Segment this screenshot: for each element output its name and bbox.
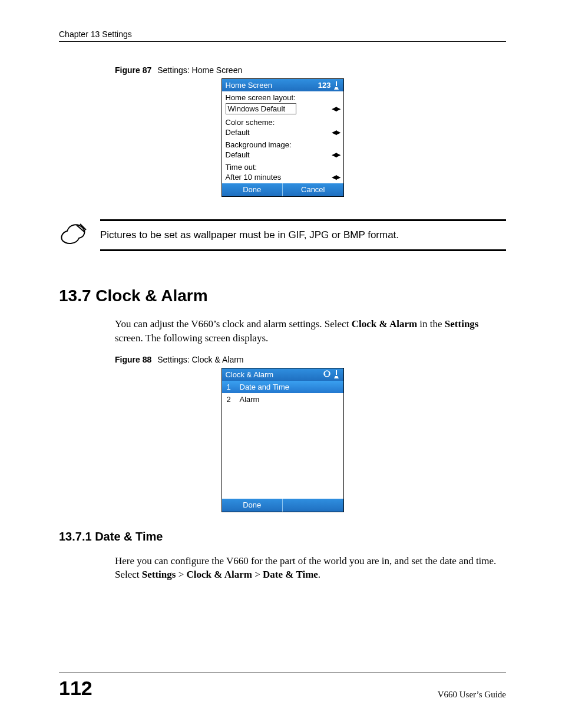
phone88-body: 1 Date and Time 2 Alarm [222,381,343,499]
figure88-phone: Clock & Alarm 1 Date and Time 2 Alarm Do… [222,368,344,512]
para-text: screen. The following screen displays. [115,332,268,344]
softkey-empty [283,499,343,512]
section-13-7-heading: 13.7 Clock & Alarm [59,286,506,305]
color-scheme-label: Color scheme: [222,116,343,127]
para-text: Select [115,569,142,580]
row-bg-image: Background image: Default ◀ ▶ [222,139,343,161]
list-num: 2 [227,395,233,404]
home-layout-value-row[interactable]: Windows Default ◀ ▶ [222,102,343,116]
page-number: 112 [59,677,92,700]
note-hand-icon [59,219,88,248]
para-text: Here you can configure the V660 for the … [115,555,496,566]
section-13-7-para: You can adjust the V660’s clock and alar… [115,317,506,345]
bg-image-value-row[interactable]: Default ◀ ▶ [222,149,343,161]
para-bold: Settings [445,318,479,330]
timeout-value: After 10 minutes [226,173,282,182]
para-text: > [252,569,263,580]
list-item-date-time[interactable]: 1 Date and Time [222,381,343,393]
list-label: Alarm [240,395,260,404]
sync-icon [323,370,331,379]
row-color-scheme: Color scheme: Default ◀ ▶ [222,116,343,139]
softkey-done[interactable]: Done [222,499,283,512]
section-13-7-1-para: Here you can configure the V660 for the … [115,554,506,582]
timeout-label: Time out: [222,161,343,172]
phone87-title: Home Screen [226,81,272,90]
figure87-caption-text: Settings: Home Screen [157,65,242,75]
arrows-icon[interactable]: ◀ ▶ [332,173,339,181]
softkey-cancel[interactable]: Cancel [283,183,343,196]
running-header: Chapter 13 Settings [59,29,506,42]
input-mode-123: 123 [318,81,331,90]
section-13-7-1-heading: 13.7.1 Date & Time [59,530,506,543]
timeout-value-row[interactable]: After 10 minutes ◀ ▶ [222,172,343,183]
softkey-done[interactable]: Done [222,183,283,196]
para-bold: Clock & Alarm [352,318,417,330]
page-footer: 112 V660 User’s Guide [59,673,506,700]
para-bold: Clock & Alarm [187,569,252,580]
list-num: 1 [227,383,233,391]
row-timeout: Time out: After 10 minutes ◀ ▶ [222,161,343,183]
figure88-label: Figure 88 [115,355,151,364]
figure88-caption-text: Settings: Clock & Alarm [157,355,243,364]
phone88-title: Clock & Alarm [226,370,274,379]
guide-title: V660 User’s Guide [438,690,506,700]
row-home-layout: Home screen layout: Windows Default ◀ ▶ [222,91,343,116]
para-bold: Date & Time [263,569,318,580]
signal-icon [333,81,340,90]
home-layout-label: Home screen layout: [222,91,343,102]
phone88-status [323,370,340,379]
color-scheme-value: Default [226,128,250,137]
phone87-softkeys: Done Cancel [222,183,343,196]
arrows-icon[interactable]: ◀ ▶ [332,151,339,159]
home-layout-value: Windows Default [226,103,296,114]
phone87-body: Home screen layout: Windows Default ◀ ▶ … [222,91,343,183]
para-text: > [176,569,186,580]
phone87-titlebar: Home Screen 123 [222,79,343,91]
note-block: Pictures to be set as wallpaper must be … [59,219,506,251]
note-text: Pictures to be set as wallpaper must be … [100,219,506,251]
bg-image-label: Background image: [222,139,343,149]
phone88-titlebar: Clock & Alarm [222,368,343,381]
figure87-label: Figure 87 [115,65,151,75]
para-text: . [318,569,320,580]
list-label: Date and Time [240,383,290,391]
phone88-softkeys: Done [222,499,343,512]
figure87-caption: Figure 87Settings: Home Screen [115,65,506,75]
list-item-alarm[interactable]: 2 Alarm [222,393,343,406]
figure88-caption: Figure 88Settings: Clock & Alarm [115,355,506,364]
para-text: in the [417,318,445,330]
arrows-icon[interactable]: ◀ ▶ [332,129,339,136]
color-scheme-value-row[interactable]: Default ◀ ▶ [222,127,343,139]
signal-icon [333,370,340,378]
arrows-icon[interactable]: ◀ ▶ [332,105,339,113]
phone87-status: 123 [318,81,340,90]
para-text: You can adjust the V660’s clock and alar… [115,318,352,330]
figure87-phone: Home Screen 123 Home screen layout: Wind… [222,78,344,197]
bg-image-value: Default [226,150,250,159]
para-bold: Settings [142,569,176,580]
